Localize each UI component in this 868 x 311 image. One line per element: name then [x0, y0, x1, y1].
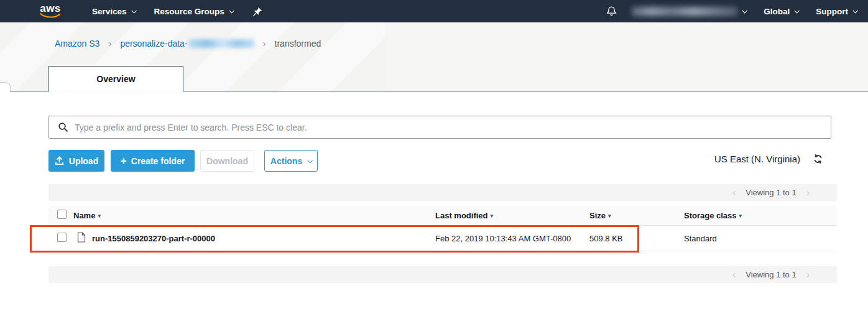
- page-next-icon[interactable]: ›: [806, 188, 810, 198]
- chevron-down-icon: [229, 8, 234, 13]
- file-icon: [77, 232, 86, 244]
- aws-logo[interactable]: aws: [40, 4, 61, 19]
- actions-dropdown-button[interactable]: Actions: [264, 150, 318, 172]
- nav-resource-groups-label: Resource Groups: [154, 7, 224, 16]
- object-name-link[interactable]: run-1550859203270-part-r-00000: [92, 234, 215, 243]
- row-checkbox[interactable]: [57, 233, 67, 244]
- object-storage-class: Standard: [684, 234, 717, 243]
- aws-logo-text: aws: [40, 4, 61, 13]
- download-button[interactable]: Download: [200, 150, 254, 172]
- column-header-last-modified[interactable]: Last modified▾: [435, 211, 493, 220]
- sidebar-expand-toggle[interactable]: ▶: [0, 82, 11, 92]
- create-folder-button[interactable]: + Create folder: [111, 150, 195, 172]
- sort-arrow-icon: ▾: [491, 213, 494, 219]
- breadcrumb-current-folder: transformed: [275, 39, 321, 49]
- column-header-storage-class[interactable]: Storage class▾: [684, 211, 742, 220]
- chevron-down-icon: [852, 8, 857, 13]
- bucket-content-panel: Upload + Create folder Download Actions …: [0, 92, 868, 311]
- checkbox-icon: [57, 233, 67, 242]
- region-indicator: US East (N. Virginia): [714, 154, 823, 164]
- nav-region-global[interactable]: Global: [764, 7, 798, 16]
- refresh-icon: [813, 154, 823, 164]
- sort-arrow-icon: ▾: [98, 213, 101, 219]
- pagination-bar-bottom: ‹ Viewing 1 to 1 ›: [48, 266, 837, 283]
- tab-overview[interactable]: Overview: [48, 66, 183, 91]
- download-button-label: Download: [206, 156, 248, 166]
- bell-icon: [606, 6, 617, 17]
- chevron-down-icon: [795, 8, 800, 13]
- upload-button[interactable]: Upload: [48, 150, 104, 172]
- nav-services-label: Services: [92, 7, 127, 16]
- table-row: run-1550859203270-part-r-00000 Feb 22, 2…: [48, 226, 837, 251]
- column-header-last-modified-label: Last modified: [435, 211, 488, 220]
- nav-global-label: Global: [764, 7, 790, 16]
- chevron-down-icon: [742, 8, 747, 13]
- sort-arrow-icon: ▾: [608, 213, 611, 219]
- checkbox-icon: [57, 210, 67, 219]
- breadcrumb-amazon-s3-link[interactable]: Amazon S3: [55, 39, 99, 49]
- upload-button-label: Upload: [69, 156, 98, 166]
- bucket-name-redacted: [188, 39, 254, 48]
- viewing-range-label: Viewing 1 to 1: [746, 188, 796, 197]
- nav-resource-groups[interactable]: Resource Groups: [154, 7, 233, 16]
- breadcrumb-bucket-prefix: personalize-data-: [120, 39, 187, 49]
- nav-services[interactable]: Services: [92, 7, 136, 16]
- breadcrumb-separator-icon: ›: [108, 38, 111, 49]
- upload-icon: [55, 156, 64, 165]
- page-prev-icon[interactable]: ‹: [732, 270, 736, 280]
- nav-support[interactable]: Support: [816, 7, 857, 16]
- column-header-name-label: Name: [73, 211, 95, 220]
- breadcrumb-bucket-link[interactable]: personalize-data-: [120, 39, 254, 49]
- table-header-row: Name▾ Last modified▾ Size▾ Storage class…: [48, 205, 837, 226]
- prefix-search-box: [48, 116, 831, 139]
- search-icon: [58, 122, 68, 132]
- object-last-modified: Feb 22, 2019 10:13:43 AM GMT-0800: [435, 234, 571, 243]
- page-next-icon[interactable]: ›: [806, 270, 810, 280]
- pushpin-icon: [253, 7, 262, 16]
- chevron-down-icon: [308, 158, 313, 163]
- refresh-button[interactable]: [813, 154, 823, 164]
- chevron-down-icon: [131, 8, 136, 13]
- s3-console-screen: aws Services Resource Groups: [0, 0, 868, 311]
- nav-support-label: Support: [816, 7, 848, 16]
- actions-button-label: Actions: [270, 156, 302, 166]
- pin-shortcut-button[interactable]: [253, 7, 262, 16]
- object-size: 509.8 KB: [589, 234, 623, 243]
- pagination-bar-top: ‹ Viewing 1 to 1 ›: [48, 184, 837, 201]
- tab-overview-label: Overview: [96, 74, 135, 84]
- column-header-size[interactable]: Size▾: [589, 211, 611, 220]
- plus-icon: +: [121, 156, 127, 166]
- account-name-redacted: [632, 7, 737, 16]
- create-folder-button-label: Create folder: [131, 156, 185, 166]
- column-header-size-label: Size: [589, 211, 606, 220]
- page-prev-icon[interactable]: ‹: [732, 188, 736, 198]
- column-header-storage-class-label: Storage class: [684, 211, 737, 220]
- top-nav-bar: aws Services Resource Groups: [0, 0, 868, 22]
- account-menu[interactable]: [632, 7, 746, 16]
- sort-arrow-icon: ▾: [739, 213, 742, 219]
- breadcrumb: Amazon S3 › personalize-data- › transfor…: [55, 38, 321, 49]
- select-all-checkbox[interactable]: [57, 210, 67, 221]
- notifications-button[interactable]: [606, 6, 617, 17]
- column-header-name[interactable]: Name▾: [73, 211, 101, 220]
- nav-right-group: Global Support: [606, 6, 857, 17]
- viewing-range-label: Viewing 1 to 1: [746, 270, 796, 279]
- aws-logo-smile-icon: [40, 13, 61, 19]
- region-label: US East (N. Virginia): [714, 154, 800, 164]
- prefix-search-input[interactable]: [75, 123, 831, 132]
- breadcrumb-separator-icon: ›: [263, 38, 266, 49]
